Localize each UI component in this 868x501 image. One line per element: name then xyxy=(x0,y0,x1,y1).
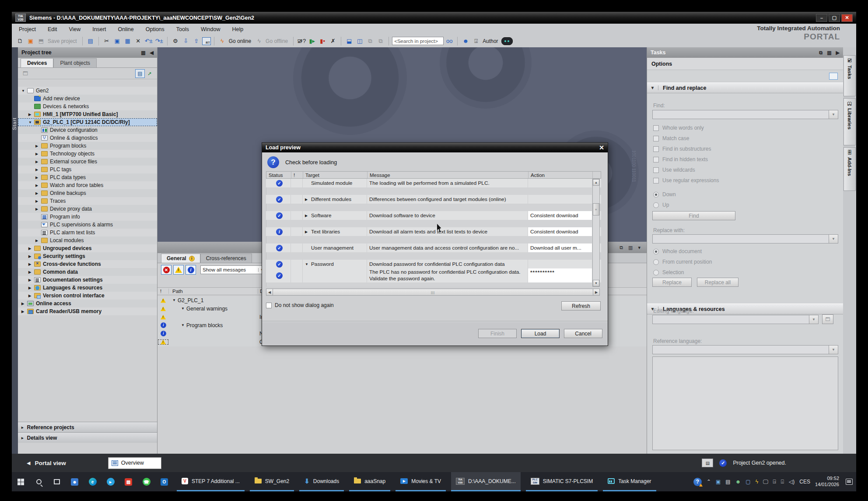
window-layout-icon[interactable]: ⧉ xyxy=(365,36,375,46)
taskbar-app-sw-gen2[interactable]: SW_Gen2 xyxy=(250,472,294,491)
filter-info-button[interactable]: i xyxy=(186,265,196,275)
start-cpu-icon[interactable]: ▮▸ xyxy=(307,36,317,46)
network-icon[interactable]: 🖵 xyxy=(763,479,768,485)
sign-in-icon[interactable]: ⍗ xyxy=(471,36,481,46)
go-online-icon[interactable]: ϟ xyxy=(217,36,227,46)
tree-item-online-backups[interactable]: ▶Online backups xyxy=(18,189,157,197)
expander-icon[interactable]: ▶ xyxy=(28,113,34,116)
scroll-down-icon[interactable]: ▼ xyxy=(593,280,599,286)
radio[interactable] xyxy=(653,202,659,208)
taskbar-app-tia-portal[interactable]: TIAV20D:\AAA_DOKUME... xyxy=(451,472,521,491)
details-view-toggle-icon[interactable]: ▤ xyxy=(135,69,145,78)
radio[interactable] xyxy=(653,270,659,275)
tree-item-cross-device-functions[interactable]: ▶Cross-device functions xyxy=(18,260,157,268)
minimize-button[interactable]: – xyxy=(816,14,827,22)
finish-button[interactable]: Finish xyxy=(478,329,517,338)
overview-tab[interactable]: Overview xyxy=(108,457,161,469)
add-device-mini-icon[interactable]: 🗔 xyxy=(21,69,30,78)
taskbar-app-task-manager[interactable]: Task Manager xyxy=(603,472,656,491)
expander-icon[interactable]: ▼ xyxy=(28,120,34,124)
tree-item-hmi1[interactable]: ▶HMI_1 [MTP700 Unified Basic] xyxy=(18,110,157,118)
new-project-icon[interactable]: 🗋 xyxy=(15,36,25,46)
split-vertical-icon[interactable]: ◫ xyxy=(355,36,364,46)
reference-language-select[interactable]: ▼ xyxy=(652,345,838,354)
display-icon[interactable]: ▢ xyxy=(746,479,750,485)
user-icon[interactable]: ☻ xyxy=(461,36,470,46)
tree-item-online-access[interactable]: ▶Online access xyxy=(18,300,157,307)
details-view-bar[interactable]: ▸Details view xyxy=(18,432,157,443)
columns-icon[interactable]: ▥ xyxy=(141,50,145,56)
online-diagnostics-icon[interactable]: 🖳? xyxy=(297,36,306,46)
whatsapp-icon[interactable]: ☎ xyxy=(137,472,155,491)
paste-icon[interactable]: ▦ xyxy=(123,36,133,46)
tree-item-technology-objects[interactable]: ▶Technology objects xyxy=(18,150,157,158)
tree-item-documentation-settings[interactable]: ▶Documentation settings xyxy=(18,276,157,284)
open-project-icon[interactable]: ▣ xyxy=(26,36,35,46)
edge-icon[interactable]: e xyxy=(84,472,102,491)
tree-item-gen2[interactable]: ▼Gen2 xyxy=(18,87,157,95)
replace-input[interactable]: ▼ xyxy=(652,234,838,243)
print-icon[interactable]: ▤ xyxy=(86,36,95,46)
table-row-password[interactable]: ✓ The PLC has no password for confidenti… xyxy=(266,268,601,282)
find-hidden-texts-checkbox-row[interactable]: Find in hidden texts xyxy=(653,156,708,162)
tree-item-watch-force-tables[interactable]: ▶Watch and force tables xyxy=(18,181,157,189)
start-tab[interactable]: Start xyxy=(12,117,18,130)
close-button[interactable]: ✕ xyxy=(841,14,853,22)
expander-icon[interactable]: ▼ xyxy=(305,262,311,266)
ai-assistant-icon[interactable] xyxy=(501,37,513,45)
task-view-icon[interactable] xyxy=(48,472,66,491)
checkbox[interactable] xyxy=(653,167,659,173)
tab-plant-objects[interactable]: Plant objects xyxy=(53,58,97,67)
filter-errors-button[interactable]: ✕ xyxy=(161,265,172,275)
save-project-icon[interactable]: ⬒ xyxy=(36,36,46,46)
undo-button[interactable]: ↶± xyxy=(144,36,154,46)
scroll-left-icon[interactable]: ◀ xyxy=(266,289,273,296)
checkbox[interactable] xyxy=(653,178,659,183)
telegram-icon[interactable]: ▸ xyxy=(102,472,119,491)
split-horizontal-icon[interactable]: ⬓ xyxy=(344,36,354,46)
table-row[interactable]: ✓ ▼Password Download password for confid… xyxy=(266,260,601,268)
dont-show-again-checkbox[interactable] xyxy=(266,303,272,308)
tree-item-device-configuration[interactable]: Device configuration xyxy=(18,126,157,134)
pen-icon[interactable]: ⌻ xyxy=(781,479,784,485)
expander-icon[interactable]: ▶ xyxy=(35,144,41,148)
compile-icon[interactable]: ⚙ xyxy=(171,36,180,46)
find-button[interactable]: Find xyxy=(652,211,735,220)
table-row[interactable]: ✓ ▶Software Download software to deviceC… xyxy=(266,211,601,220)
table-row[interactable]: ✓ User management User management data a… xyxy=(266,243,601,252)
tree-item-external-source-files[interactable]: ▶External source files xyxy=(18,158,157,166)
checkbox[interactable] xyxy=(653,157,659,162)
defender-icon[interactable]: ▣ xyxy=(716,479,721,485)
vertical-scrollbar[interactable]: ▲ ≡ ▼ xyxy=(592,179,600,287)
redo-button[interactable]: ↷± xyxy=(154,36,164,46)
side-tab-libraries[interactable]: 🕮Libraries xyxy=(844,98,856,145)
table-row[interactable]: ✓ ▶Different modules Differences between… xyxy=(266,195,601,204)
replace-all-button[interactable]: Replace all xyxy=(697,278,738,287)
checkbox[interactable] xyxy=(653,146,659,152)
side-tab-add-ins[interactable]: 🗄Add-Ins xyxy=(844,147,856,191)
chevron-down-icon[interactable]: ▼ xyxy=(647,85,658,90)
tree-item-device-proxy-data[interactable]: ▶Device proxy data xyxy=(18,205,157,213)
menu-window[interactable]: Window xyxy=(201,26,220,32)
chevron-down-icon[interactable]: ▼ xyxy=(809,315,818,324)
menu-online[interactable]: Online xyxy=(118,26,134,32)
use-regex-checkbox-row[interactable]: Use regular expressions xyxy=(653,177,719,183)
tree-item-local-modules[interactable]: ▶Local modules xyxy=(18,236,157,244)
menu-tools[interactable]: Tools xyxy=(176,26,189,32)
power-icon[interactable]: ϟ xyxy=(756,479,758,485)
tab-devices[interactable]: Devices xyxy=(21,58,53,67)
go-online-label[interactable]: Go online xyxy=(229,38,251,44)
from-current-position-radio-row[interactable]: From current position xyxy=(653,259,712,265)
expand-panel-icon[interactable]: ▶ xyxy=(836,50,840,56)
start-simulation-icon[interactable]: RT xyxy=(202,37,211,45)
cross-references-icon[interactable]: ✗ xyxy=(328,36,338,46)
stop-cpu-icon[interactable]: ▮▪ xyxy=(318,36,327,46)
window-icon[interactable] xyxy=(829,73,838,80)
outlook-icon[interactable]: O xyxy=(155,472,173,491)
portal-view-arrow-icon[interactable]: ◀ xyxy=(27,460,30,466)
delete-icon[interactable]: ✕ xyxy=(133,36,143,46)
password-input[interactable]: ********** xyxy=(528,268,592,282)
copy-icon[interactable]: ▣ xyxy=(112,36,122,46)
tree-item-add-new-device[interactable]: Add new device xyxy=(18,95,157,102)
radio-selected[interactable] xyxy=(653,249,659,254)
